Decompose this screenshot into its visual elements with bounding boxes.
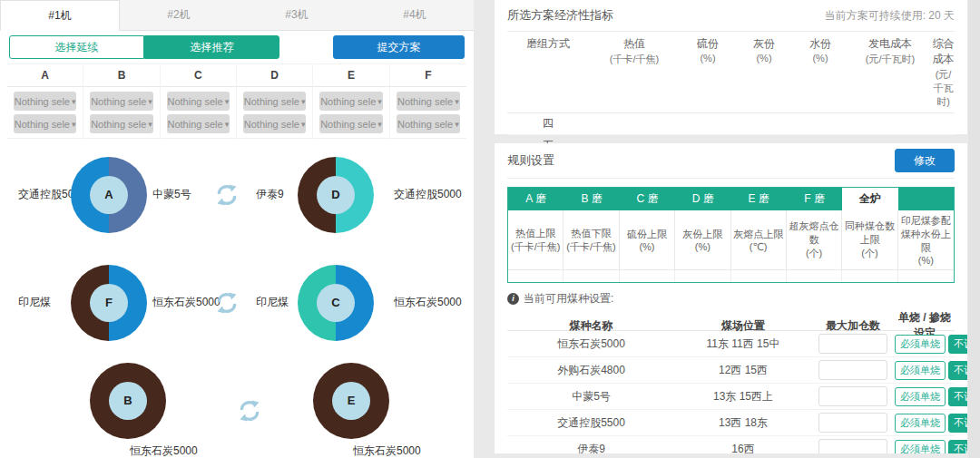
donut-unit-E: E恒东石炭5000	[313, 363, 389, 458]
economics-col-unit: (元/千瓦时)	[848, 53, 932, 66]
refresh-swap-button[interactable]	[207, 183, 247, 207]
economics-col-title: 发电成本	[848, 36, 932, 52]
burn-mode-button-group: 必须单烧不设置必须掺烧	[895, 414, 967, 433]
economics-title-row: 所选方案经济性指标 当前方案可持续使用: 20 天	[507, 0, 955, 32]
burn-mode-必须单烧[interactable]: 必须单烧	[895, 335, 946, 354]
select-recommend-button[interactable]: 选择推荐	[144, 35, 279, 59]
selection-button-group: 选择延续 选择推荐	[9, 35, 279, 59]
donut-letter-F: F	[90, 284, 128, 322]
tab-unit-2机[interactable]: #2机	[120, 0, 238, 30]
burn-mode-不设置[interactable]: 不设置	[948, 440, 967, 454]
rules-limit-title: 同种煤仓数上限	[844, 219, 895, 247]
chevron-down-icon: ▾	[72, 120, 76, 129]
coal-select-dropdown-A-2[interactable]: Nothing sele▾	[14, 114, 76, 133]
burn-mode-不设置[interactable]: 不设置	[948, 387, 967, 406]
rules-limit-empty-cell	[842, 270, 897, 282]
tab-unit-3机[interactable]: #3机	[238, 0, 356, 30]
coal-select-dropdown-D-1[interactable]: Nothing sele▾	[243, 92, 306, 111]
donut-right-label: 恒东石炭5000	[147, 295, 207, 310]
coal-row-恒东石炭5000: 恒东石炭500011东 11西 15中必须单烧不设置必须掺烧	[507, 331, 955, 357]
donut-letter-A: A	[90, 176, 128, 214]
burn-mode-button-group: 必须单烧不设置必须掺烧	[895, 361, 967, 380]
economics-col-unit: (%)	[736, 53, 792, 63]
coal-input-cell	[811, 413, 895, 433]
coal-select-dropdown-A-1[interactable]: Nothing sele▾	[14, 92, 76, 111]
max-bunker-input[interactable]	[818, 360, 887, 380]
donut-below-label: 恒东石炭5000	[130, 443, 166, 458]
rules-card: 规则设置 修改 A 磨B 磨C 磨D 磨E 磨F 磨全炉 热值上限(千卡/千焦)…	[495, 143, 967, 453]
refresh-swap-button[interactable]	[230, 399, 270, 423]
donut-left-label: 伊泰9	[247, 187, 298, 202]
rules-limit-header-cell: 印尼煤参配煤种水份上限(%)	[898, 210, 954, 270]
edit-rules-button[interactable]: 修改	[895, 149, 955, 172]
select-continue-button[interactable]: 选择延续	[9, 35, 144, 59]
economics-col-unit: (千卡/千焦)	[589, 53, 680, 66]
max-bunker-input[interactable]	[818, 386, 887, 406]
coal-select-dropdown-F-2[interactable]: Nothing sele▾	[397, 114, 460, 133]
rules-tab-C磨[interactable]: C 磨	[620, 188, 675, 210]
economics-col-header: 综合成本(元/千瓦时)	[932, 36, 955, 109]
economics-col-title: 综合成本	[932, 36, 955, 67]
chevron-down-icon: ▾	[301, 120, 306, 129]
coal-name: 恒东石炭5000	[507, 336, 675, 352]
economics-col-header: 热值(千卡/千焦)	[589, 36, 680, 109]
max-bunker-input[interactable]	[818, 334, 887, 354]
blend-donut-D: D	[298, 157, 374, 233]
coal-name: 外购石炭4800	[507, 363, 675, 378]
economics-title: 所选方案经济性指标	[507, 7, 613, 24]
max-bunker-input[interactable]	[818, 413, 887, 433]
rules-limit-unit: (个)	[844, 247, 895, 260]
burn-mode-不设置[interactable]: 不设置	[948, 335, 967, 354]
burn-mode-必须单烧[interactable]: 必须单烧	[895, 414, 946, 433]
economics-row-四: 四	[507, 113, 955, 135]
tab-unit-4机[interactable]: #4机	[356, 0, 474, 30]
coal-select-dropdown-B-2[interactable]: Nothing sele▾	[90, 114, 152, 133]
coal-select-dropdown-E-1[interactable]: Nothing sele▾	[319, 92, 382, 111]
donut-left-label: 印尼煤	[247, 295, 298, 310]
burn-mode-不设置[interactable]: 不设置	[948, 361, 967, 380]
mill-column-header-C: C	[161, 64, 237, 87]
coal-select-dropdown-F-1[interactable]: Nothing sele▾	[397, 92, 460, 111]
burn-mode-必须单烧[interactable]: 必须单烧	[895, 361, 946, 380]
coal-select-dropdown-C-1[interactable]: Nothing sele▾	[167, 92, 230, 111]
burn-mode-不设置[interactable]: 不设置	[948, 414, 967, 433]
coal-select-dropdown-D-2[interactable]: Nothing sele▾	[243, 114, 306, 133]
chevron-down-icon: ▾	[225, 97, 230, 106]
tab-unit-1机[interactable]: #1机	[0, 0, 120, 31]
mill-cell-B: Nothing sele▾Nothing sele▾	[83, 87, 160, 139]
rules-tab-D磨[interactable]: D 磨	[675, 188, 730, 210]
chevron-down-icon: ▾	[225, 120, 230, 129]
coal-input-cell	[811, 360, 895, 380]
donut-right-label: 交通控股5000	[374, 187, 474, 202]
rules-limit-title: 硫份上限	[622, 228, 672, 241]
coal-select-dropdown-E-2[interactable]: Nothing sele▾	[319, 114, 382, 133]
coal-row-伊泰9: 伊泰916西必须单烧不设置必须掺烧	[507, 436, 955, 453]
chevron-down-icon: ▾	[148, 120, 152, 129]
scrollbar[interactable]	[968, 0, 980, 458]
rules-tab-A磨[interactable]: A 磨	[508, 188, 564, 210]
rules-tab-全炉[interactable]: 全炉	[842, 188, 897, 210]
rules-limit-empty-cell	[731, 270, 787, 282]
mill-table-body: Nothing sele▾Nothing sele▾Nothing sele▾N…	[7, 87, 466, 139]
rules-limit-header-cell: 超灰熔点仓数(个)	[787, 210, 842, 270]
dropdown-placeholder: Nothing sele	[91, 119, 146, 130]
coal-select-dropdown-B-1[interactable]: Nothing sele▾	[90, 92, 152, 111]
economics-col-header: 硫份(%)	[680, 36, 736, 109]
refresh-swap-button[interactable]	[207, 291, 247, 315]
rules-tab-E磨[interactable]: E 磨	[731, 188, 787, 210]
burn-mode-必须单烧[interactable]: 必须单烧	[895, 440, 946, 454]
submit-plan-button[interactable]: 提交方案	[333, 35, 465, 59]
blend-donut-A: A	[71, 157, 147, 233]
economics-col-header: 水份(%)	[792, 36, 848, 109]
burn-mode-必须单烧[interactable]: 必须单烧	[895, 387, 946, 406]
coal-info-line: i 当前可用煤种设置:	[507, 291, 955, 306]
rules-limit-title: 热值上限	[510, 227, 561, 240]
rules-limit-unit: (千卡/千焦)	[565, 240, 616, 254]
rules-tab-F磨[interactable]: F 磨	[787, 188, 842, 210]
coal-select-dropdown-C-2[interactable]: Nothing sele▾	[167, 114, 230, 133]
donut-letter-B: B	[109, 382, 147, 420]
rules-tab-B磨[interactable]: B 磨	[564, 188, 619, 210]
coal-location: 16西	[675, 442, 811, 454]
max-bunker-input[interactable]	[818, 439, 887, 453]
coal-location: 13西 18东	[675, 415, 811, 431]
